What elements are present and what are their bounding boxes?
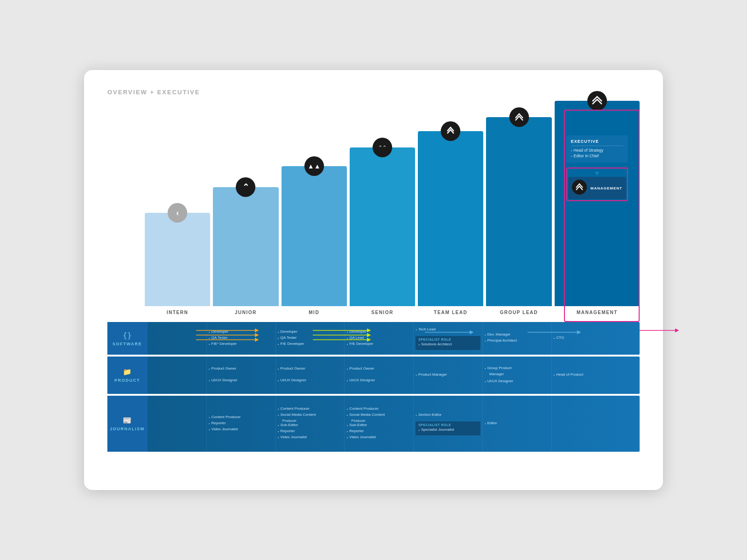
- pink-highlight-box: ▼: [566, 168, 628, 201]
- software-cells: Developer QA Tester F/E* Developer Devel…: [147, 322, 640, 355]
- mid-label: MID: [309, 310, 319, 315]
- jour-mid-r3: Sub-Editor: [278, 423, 343, 428]
- jour-senior-cell: Content Producer Social Media Content Pr…: [344, 396, 413, 452]
- product-label: PRODUCT: [114, 378, 140, 383]
- junior-label: JUNIOR: [235, 310, 257, 315]
- prod-junior-cell: Product Owner UI/UX Designer: [206, 357, 275, 394]
- software-label-area: {} SOFTWARE: [107, 322, 147, 355]
- prod-sr-role1: Product Owner: [346, 366, 411, 371]
- product-cells: Product Owner UI/UX Designer Product Own…: [147, 357, 640, 394]
- jour-mid-r5: Video Journalist: [278, 435, 343, 440]
- sw-intern-cell: [147, 322, 206, 355]
- exec-role-1: Head of Strategy: [571, 148, 623, 153]
- sw-tl-role1: Tech Lead: [416, 327, 480, 332]
- prod-tl-cell: Product Manager: [413, 357, 482, 394]
- jour-jr-r3: Video Journalist: [209, 427, 274, 432]
- executive-box: EXECUTIVE Head of Strategy Editor In Chi…: [566, 135, 628, 163]
- col-junior: ⌃ JUNIOR: [213, 187, 278, 315]
- sw-mid-role2: QA Tester: [278, 336, 343, 341]
- jour-tl-spec-role: Specialist Journalist: [418, 427, 478, 433]
- jour-tl-specialist: SPECIALIST ROLE Specialist Journalist: [416, 421, 480, 435]
- chart-area: ‹ INTERN ⌃ JUNIOR ▲▲: [107, 110, 640, 464]
- jour-tl-r1: Section Editor: [416, 413, 480, 418]
- col-intern: ‹ INTERN: [145, 213, 210, 315]
- jour-sr-r5: Video Journalist: [346, 435, 411, 440]
- intern-label: INTERN: [167, 310, 188, 315]
- grid-rows: {} SOFTWARE Developer QA Tester F/E* Dev…: [107, 322, 640, 452]
- col-management: EXECUTIVE Head of Strategy Editor In Chi…: [555, 101, 640, 315]
- teamlead-chevron-icon: [445, 126, 456, 136]
- software-icon: {}: [123, 331, 132, 340]
- management-label: MANAGEMENT: [577, 310, 618, 315]
- col-teamlead: TEAM LEAD: [418, 131, 483, 315]
- sw-jr-role1: Developer: [209, 329, 274, 335]
- jour-sr-r4: Reporter: [346, 429, 411, 434]
- page-title: OVERVIEW + EXECUTIVE: [107, 89, 640, 96]
- prod-mid-cell: Product Owner UI/UX Designer: [275, 357, 345, 394]
- jour-mid-r1: Content Producer: [278, 406, 343, 412]
- journalism-label: JOURNALISM: [110, 427, 145, 431]
- exec-role-2: Editor In Chief: [571, 154, 623, 158]
- jour-sr-r2: Social Media Content: [346, 413, 411, 418]
- teamlead-label: TEAM LEAD: [434, 310, 467, 315]
- col-grouplead: GROUP LEAD: [486, 117, 551, 315]
- grouplead-chevron-icon: [514, 112, 524, 122]
- senior-chevron-icon: ⌃⌃: [378, 145, 387, 150]
- mid-chevron-icon: ▲▲: [308, 163, 321, 169]
- prod-intern-cell: [147, 357, 206, 394]
- sw-senior-cell: Developer QA Lead F/E Developer: [344, 322, 413, 355]
- sw-tl-cell: Tech Lead SPECIALIST ROLE Solutions Arch…: [413, 322, 482, 355]
- prod-mgmt-role1: Head of Product: [554, 372, 638, 378]
- journalism-cells: Content Producer Reporter Video Journali…: [147, 396, 640, 452]
- journalism-row: 📰 JOURNALISM Content Producer Reporter V…: [107, 396, 640, 452]
- mgmt-sub-icon: [575, 183, 584, 191]
- sw-mgmt-role1: CTO: [554, 336, 638, 341]
- jour-mid-r2: Social Media Content: [278, 413, 343, 418]
- prod-jr-uiux: UI/UX Designer: [209, 378, 274, 383]
- sw-jr-role3: F/E* Developer: [209, 342, 274, 347]
- software-row: {} SOFTWARE Developer QA Tester F/E* Dev…: [107, 322, 640, 355]
- jour-junior-cell: Content Producer Reporter Video Journali…: [206, 396, 275, 452]
- col-senior: ⌃⌃ SENIOR: [350, 147, 415, 315]
- jour-mid-cell: Content Producer Social Media Content Pr…: [275, 396, 345, 452]
- sw-gl-role1: Dev. Manager: [485, 332, 550, 337]
- product-label-area: 📁 PRODUCT: [107, 357, 147, 394]
- col-mid: ▲▲ MID: [282, 166, 347, 315]
- sw-gl-role2: Principal Architect: [485, 338, 550, 343]
- prod-mgmt-cell: Head of Product: [551, 357, 640, 394]
- sw-mgmt-cell: CTO: [551, 322, 640, 355]
- prod-tl-role1: Product Manager: [416, 372, 480, 378]
- prod-mid-role1: Product Owner: [278, 366, 343, 371]
- jour-jr-r1: Content Producer: [209, 415, 274, 420]
- sw-jr-role2: QA Tester: [209, 336, 274, 341]
- jour-sr-r3: Sub-Editor: [346, 423, 411, 428]
- jour-gl-r1: Editor: [485, 421, 550, 426]
- sw-mid-role1: Developer: [278, 329, 343, 335]
- sw-gl-cell: Dev. Manager Principal Architect: [482, 322, 551, 355]
- sw-sr-role1: Developer: [346, 329, 411, 335]
- jour-tl-cell: Section Editor SPECIALIST ROLE Specialis…: [413, 396, 482, 452]
- jour-intern-cell: [147, 396, 206, 452]
- prod-sr-uiux: Ui/UX Designer: [346, 378, 411, 383]
- executive-title: EXECUTIVE: [571, 139, 623, 146]
- columns-row: ‹ INTERN ⌃ JUNIOR ▲▲: [145, 110, 640, 315]
- sw-sr-role3: F/E Developer: [346, 342, 411, 347]
- sw-sr-role2: QA Lead: [346, 336, 411, 341]
- sw-tl-spec-role: Solutions Architect: [418, 342, 478, 347]
- prod-mid-uiux: UI/UX Designer: [278, 378, 343, 383]
- jour-mgmt-cell: [551, 396, 640, 452]
- product-row: 📁 PRODUCT Product Owner UI/UX Designer P…: [107, 357, 640, 394]
- prod-senior-cell: Product Owner Ui/UX Designer: [344, 357, 413, 394]
- main-card: OVERVIEW + EXECUTIVE ‹ INTERN ⌃: [84, 70, 663, 490]
- grouplead-label: GROUP LEAD: [500, 310, 538, 315]
- journalism-icon: 📰: [123, 416, 132, 425]
- intern-chevron-icon: ‹: [176, 209, 179, 217]
- sw-mid-role3: F/E Developer: [278, 342, 343, 347]
- prod-gl-cell: Group Product Manager UI/UX Designer: [482, 357, 551, 394]
- prod-jr-role1: Product Owner: [209, 366, 274, 371]
- management-sublabel: MANAGEMENT: [591, 186, 622, 190]
- journalism-label-area: 📰 JOURNALISM: [107, 396, 147, 452]
- sw-junior-cell: Developer QA Tester F/E* Developer: [206, 322, 275, 355]
- jour-gl-cell: Editor: [482, 396, 551, 452]
- senior-label: SENIOR: [371, 310, 393, 315]
